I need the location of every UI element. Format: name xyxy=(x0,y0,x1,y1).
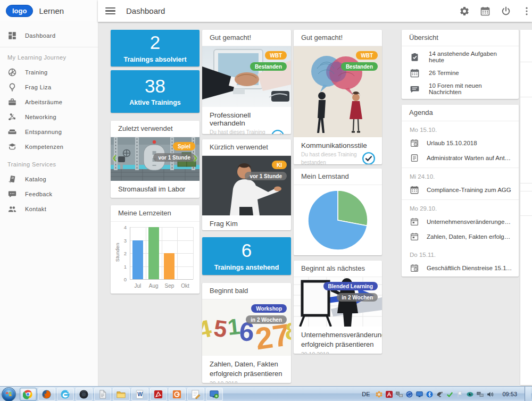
settings-gear-icon[interactable] xyxy=(459,6,470,16)
overview-text: 14 anstehende Aufgaben heute xyxy=(429,51,511,63)
taskbar-clock[interactable]: 09:53 xyxy=(502,391,517,397)
stat-value: 6 xyxy=(242,241,252,260)
agenda-item-text: Zahlen, Daten, Fakten erfolgreich präsen… xyxy=(427,233,512,240)
calendar-icon[interactable] xyxy=(480,6,491,16)
taskbar-app-dark-browser[interactable] xyxy=(76,388,93,401)
card-title: Übersicht xyxy=(402,30,519,46)
sidebar-item-dashboard[interactable]: Dashboard xyxy=(0,28,98,43)
y-axis xyxy=(130,227,130,279)
note-icon xyxy=(410,153,419,163)
stat-tile-trainings-absolviert[interactable]: 2 Trainings absolviert xyxy=(111,30,200,66)
training-caption: Zahlen, Daten, Fakten erfolgreich präsen… xyxy=(202,356,291,380)
lernzeiten-bar-chart: 01234JulAugSepOktStunden xyxy=(111,222,200,294)
stat-tile-trainings-anstehend[interactable]: 6 Trainings anstehend xyxy=(202,237,291,275)
sidebar-item-networking[interactable]: Networking xyxy=(0,110,98,124)
time-badge: in 2 Wochen xyxy=(337,293,378,302)
tray-adobe-icon[interactable] xyxy=(386,391,393,398)
y-tick-label: 0 xyxy=(116,277,127,282)
bar-jul xyxy=(132,240,143,280)
taskbar-app-acrobat[interactable] xyxy=(150,388,167,401)
power-logout-icon[interactable] xyxy=(501,6,511,16)
card-title: Mein Lernstand xyxy=(294,169,382,185)
training-caption: Frag Kim xyxy=(202,215,291,230)
agenda-item[interactable]: Urlaub 15.10.2018 xyxy=(402,136,519,151)
sidebar-item-training[interactable]: Training xyxy=(0,65,98,80)
dashboard-icon xyxy=(7,31,17,40)
catalog-icon xyxy=(7,174,17,184)
agenda-item[interactable]: Geschäftlich Dienstreise 15.11.2018 xyxy=(402,261,519,275)
carousel-prev-icon[interactable]: ‹ xyxy=(112,150,117,165)
sidebar-item-label: Kompetenzen xyxy=(25,144,63,150)
taskbar-app-office-app[interactable] xyxy=(169,388,186,401)
lernstand-pie-chart xyxy=(294,185,382,255)
agenda-item[interactable]: Administrator Warten auf Antwort xyxy=(402,151,519,165)
tray-antivirus-icon[interactable] xyxy=(446,391,453,398)
more-options-icon[interactable] xyxy=(521,6,528,16)
type-badge: Blended Learning xyxy=(323,282,378,290)
tray-network-share-icon[interactable] xyxy=(396,391,403,398)
card-beginnt-als-naechstes: Beginnt als nächstes Blended Learning xyxy=(294,261,382,354)
taskbar-app-firefox[interactable] xyxy=(38,388,55,401)
sidebar-item-feedback[interactable]: Feedback xyxy=(0,187,98,202)
tray-settings-flower-icon[interactable] xyxy=(376,391,383,398)
agenda-group: Mo 29.10.Unternehmensveränderungen erfol… xyxy=(402,200,519,246)
aperture-icon xyxy=(7,68,17,77)
tasks-icon xyxy=(410,52,420,62)
tray-satellite-icon[interactable] xyxy=(436,391,443,398)
training-caption: Professionell verhandeln xyxy=(210,111,284,127)
passed-check-icon xyxy=(271,129,285,134)
overview-row[interactable]: 14 anstehende Aufgaben heute xyxy=(402,49,519,65)
training-thumbnail-kommunikationsstile[interactable]: WBT Bestanden xyxy=(294,46,382,137)
taskbar-app-internet-explorer[interactable] xyxy=(57,388,74,401)
stat-label: Aktive Trainings xyxy=(129,99,181,106)
menu-hamburger-icon[interactable] xyxy=(105,7,115,14)
training-thumbnail-unternehmensveraenderungen[interactable]: Blended Learning in 2 Wochen xyxy=(294,277,382,327)
sidebar-menu: DashboardMy Learning JourneyTrainingFrag… xyxy=(0,25,98,216)
overview-row[interactable]: 26 Termine xyxy=(402,65,519,81)
page-title: Dashboard xyxy=(126,6,165,15)
taskbar-app-chrome[interactable] xyxy=(20,388,37,401)
app-logo[interactable]: logo xyxy=(6,5,33,17)
card-title: Gut gemacht! xyxy=(294,30,382,46)
taskbar-app-word[interactable]: W xyxy=(131,388,148,401)
start-button[interactable] xyxy=(2,387,16,401)
taskbar-app-remote-desktop[interactable] xyxy=(206,388,223,401)
tray-network-computers-icon[interactable] xyxy=(477,391,484,398)
status-badge: Bestanden xyxy=(341,62,378,71)
training-date: 29.10.2018 xyxy=(294,351,382,354)
tray-display-icon[interactable] xyxy=(416,391,423,398)
training-thumbnail-stromausfall[interactable]: Spiel vor 1 Stunde ‹ › xyxy=(111,137,200,181)
sidebar-item-frag-liza[interactable]: Frag Liza xyxy=(0,80,98,95)
sidebar-item-katalog[interactable]: Katalog xyxy=(0,172,98,187)
training-thumbnail-verhandeln[interactable]: WBT Bestanden xyxy=(202,46,291,107)
sidebar-item-entspannung[interactable]: Entspannung xyxy=(0,124,98,139)
carousel-next-icon[interactable]: › xyxy=(193,150,198,165)
tray-monitor-eye-icon[interactable] xyxy=(467,391,473,398)
agenda-group: Do 15.11.Geschäftlich Dienstreise 15.11.… xyxy=(402,246,519,277)
taskbar-app-file-explorer[interactable] xyxy=(113,388,130,401)
training-thumbnail-frag-kim[interactable]: KI vor 1 Stunde xyxy=(202,156,291,215)
tray-browser-sync-icon[interactable] xyxy=(406,391,413,398)
show-desktop-button[interactable] xyxy=(525,387,531,401)
tray-volume-icon[interactable] xyxy=(487,391,494,398)
sidebar-item-kontakt[interactable]: Kontakt xyxy=(0,202,98,216)
stat-tile-aktive-trainings[interactable]: 38 Aktive Trainings xyxy=(111,70,200,113)
agenda-item[interactable]: Zahlen, Daten, Fakten erfolgreich präsen… xyxy=(402,229,519,244)
tray-bluetooth-icon[interactable] xyxy=(426,391,433,398)
agenda-item-text: Urlaub 15.10.2018 xyxy=(427,140,512,146)
taskbar-app-notepad[interactable] xyxy=(187,388,204,401)
svg-text:W: W xyxy=(137,391,143,397)
bar-aug xyxy=(148,227,159,279)
taskbar-app-document-viewer[interactable] xyxy=(94,388,111,401)
sidebar-item-kompetenzen[interactable]: Kompetenzen xyxy=(0,139,98,154)
sidebar-item-label: Feedback xyxy=(25,191,53,197)
agenda-item[interactable]: Compliance-Training zum AGG xyxy=(402,182,519,197)
language-indicator[interactable]: DE xyxy=(362,391,370,397)
tray-flag-icon[interactable] xyxy=(456,391,463,398)
overview-row[interactable]: 10 Foren mit neuen Nachrichten xyxy=(402,81,519,97)
training-thumbnail-zahlen[interactable]: 4 5 1 6 27 8 Workshop in 2 Wochen xyxy=(202,299,291,356)
sidebar-item-arbeitsraume[interactable]: Arbeitsräume xyxy=(0,95,98,110)
overview-text: 26 Termine xyxy=(429,70,459,76)
agenda-item[interactable]: Unternehmensveränderungen erfolgreich pr… xyxy=(402,214,519,229)
x-tick-label: Sep xyxy=(161,283,177,289)
